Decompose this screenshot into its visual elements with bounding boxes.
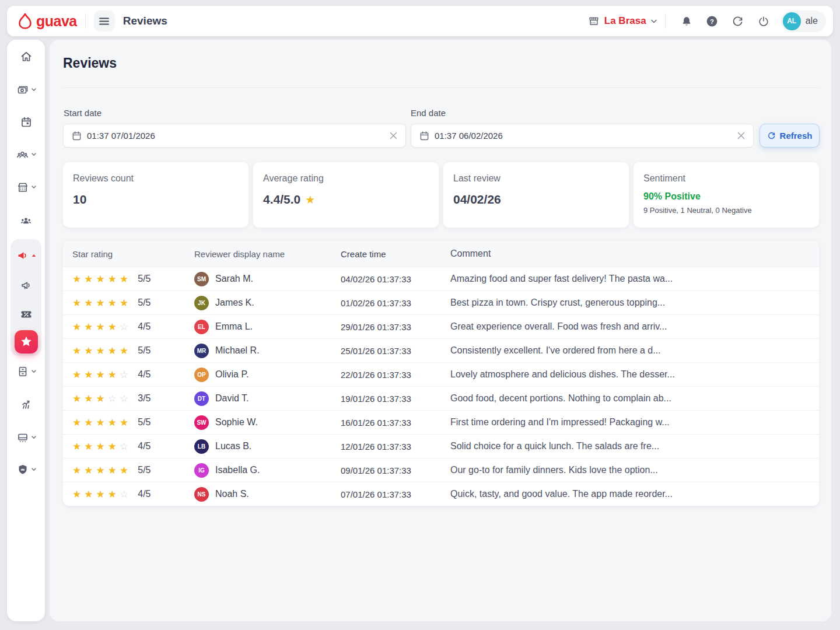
star-filled-icon: ★: [84, 321, 93, 332]
star-filled-icon: ★: [84, 489, 93, 500]
star-filled-icon: ★: [96, 393, 105, 404]
star-filled-icon: ★: [108, 441, 117, 452]
create-time: 07/01/26 01:37:33: [341, 489, 450, 499]
table-row[interactable]: ★★★★★ 5/5 JK James K. 01/02/26 01:37:33 …: [63, 290, 819, 314]
star-filled-icon: ★: [72, 274, 81, 285]
calendar-icon: [20, 116, 33, 128]
chevron-down-icon: [32, 88, 36, 92]
sidebar-item-staff[interactable]: [7, 209, 45, 232]
star-filled-icon: ★: [84, 274, 93, 285]
sidebar-item-marketing[interactable]: [10, 242, 41, 270]
end-date-input[interactable]: 01:37 06/02/2026: [411, 124, 754, 148]
sidebar-item-discounts[interactable]: [10, 300, 41, 328]
table-row[interactable]: ★★★★☆ 4/5 EL Emma L. 29/01/26 01:37:33 G…: [63, 314, 819, 338]
sidebar-item-pos[interactable]: [7, 426, 45, 449]
star-filled-icon: ★: [108, 465, 117, 476]
sidebar-item-reviews-active[interactable]: [15, 330, 38, 354]
star-filled-icon: ★: [108, 298, 117, 309]
table-row[interactable]: ★★★☆☆ 3/5 DT David T. 19/01/26 01:37:33 …: [63, 386, 819, 410]
clear-icon[interactable]: [737, 132, 745, 139]
star-rating: ★★★★★: [72, 297, 131, 309]
table-body: ★★★★★ 5/5 SM Sarah M. 04/02/26 01:37:33 …: [63, 267, 819, 506]
rating-label: 4/5: [138, 441, 150, 452]
topbar: guava Reviews La Brasa ?: [7, 6, 833, 36]
create-time: 29/01/26 01:37:33: [341, 322, 450, 332]
create-time: 12/01/26 01:37:33: [341, 442, 450, 452]
star-filled-icon: ★: [72, 345, 81, 356]
star-filled-icon: ★: [84, 465, 93, 476]
rating-label: 5/5: [138, 417, 150, 428]
chevron-down-icon: [32, 153, 36, 156]
star-filled-icon: ★: [84, 417, 93, 428]
table-row[interactable]: ★★★★★ 5/5 IG Isabella G. 09/01/26 01:37:…: [63, 458, 819, 482]
sidebar-item-inventory[interactable]: [7, 360, 45, 383]
chevron-down-icon: [32, 436, 36, 439]
sidebar-item-venue[interactable]: [7, 176, 45, 199]
bell-icon: [681, 15, 692, 27]
table-row[interactable]: ★★★★★ 5/5 MR Michael R. 25/01/26 01:37:3…: [63, 338, 819, 362]
sidebar-item-campaigns[interactable]: [10, 271, 41, 299]
star-empty-icon: ☆: [120, 393, 128, 404]
logout-button[interactable]: [752, 9, 775, 33]
table-row[interactable]: ★★★★★ 5/5 SM Sarah M. 04/02/26 01:37:33 …: [63, 267, 819, 290]
sidebar-item-payments[interactable]: [7, 78, 45, 102]
guava-logo[interactable]: guava: [18, 12, 77, 30]
reviewer-avatar: NS: [194, 487, 209, 502]
rating-label: 4/5: [138, 489, 150, 499]
sidebar: [7, 40, 45, 621]
user-menu[interactable]: AL ale: [781, 10, 826, 32]
star-rating: ★★★★☆: [72, 488, 131, 501]
refresh-button[interactable]: Refresh: [760, 124, 820, 148]
table-row[interactable]: ★★★★☆ 4/5 LB Lucas B. 12/01/26 01:37:33 …: [63, 434, 819, 458]
rating-label: 4/5: [138, 321, 150, 332]
store-selector[interactable]: La Brasa: [588, 15, 657, 27]
star-filled-icon: ★: [120, 417, 128, 428]
review-comment: Solid choice for a quick lunch. The sala…: [450, 441, 819, 452]
card-label: Sentiment: [643, 173, 809, 184]
sidebar-item-customers[interactable]: [7, 143, 45, 166]
reviewer-avatar: SW: [194, 415, 209, 430]
table-row[interactable]: ★★★★☆ 4/5 NS Noah S. 07/01/26 01:37:33 Q…: [63, 482, 819, 506]
star-filled-icon: ★: [108, 321, 117, 332]
card-label: Last review: [453, 173, 619, 184]
star-empty-icon: ☆: [120, 369, 128, 380]
card-label: Average rating: [263, 173, 429, 184]
home-icon: [20, 50, 33, 63]
reviewer-name: Isabella G.: [215, 465, 260, 475]
sidebar-item-calendar[interactable]: [7, 110, 45, 134]
star-filled-icon: ★: [96, 465, 105, 476]
divider: [85, 13, 86, 29]
star-rating: ★★★☆☆: [72, 393, 131, 405]
header-create-time: Create time: [341, 249, 450, 259]
campaigns-megaphone-icon: [20, 279, 33, 292]
sync-button[interactable]: [726, 9, 750, 33]
create-time: 25/01/26 01:37:33: [341, 346, 450, 356]
brand-wordmark: guava: [36, 13, 77, 30]
clear-icon[interactable]: [390, 132, 397, 139]
star-filled-icon: ★: [72, 298, 81, 309]
rating-label: 5/5: [138, 274, 150, 284]
menu-toggle-button[interactable]: [94, 10, 115, 32]
table-row[interactable]: ★★★★★ 5/5 SW Sophie W. 16/01/26 01:37:33…: [63, 410, 819, 434]
sidebar-item-admin[interactable]: [7, 458, 45, 481]
star-filled-icon: ★: [96, 345, 105, 356]
star-rating: ★★★★☆: [72, 321, 131, 333]
start-date-input[interactable]: 01:37 07/01/2026: [63, 124, 406, 148]
notifications-button[interactable]: [675, 9, 698, 33]
sidebar-item-home[interactable]: [7, 45, 45, 68]
sidebar-group-marketing: [10, 239, 41, 356]
star-rating: ★★★★☆: [72, 440, 131, 453]
sidebar-item-reports[interactable]: [7, 393, 45, 416]
help-button[interactable]: ?: [701, 9, 724, 33]
discounts-percent-icon: [20, 308, 33, 321]
sentiment-headline: 90% Positive: [643, 191, 809, 202]
star-filled-icon: ★: [84, 298, 93, 309]
staff-icon: [19, 214, 33, 227]
star-rating: ★★★★★: [72, 345, 131, 357]
reviewer-avatar: JK: [194, 296, 209, 310]
table-row[interactable]: ★★★★☆ 4/5 OP Olivia P. 22/01/26 01:37:33…: [63, 362, 819, 386]
header-comment: Comment: [450, 249, 819, 259]
review-comment: Best pizza in town. Crispy crust, genero…: [450, 298, 819, 308]
table-header: Star rating Reviewer display name Create…: [63, 241, 819, 267]
review-comment: First time ordering and I'm impressed! P…: [450, 417, 819, 428]
